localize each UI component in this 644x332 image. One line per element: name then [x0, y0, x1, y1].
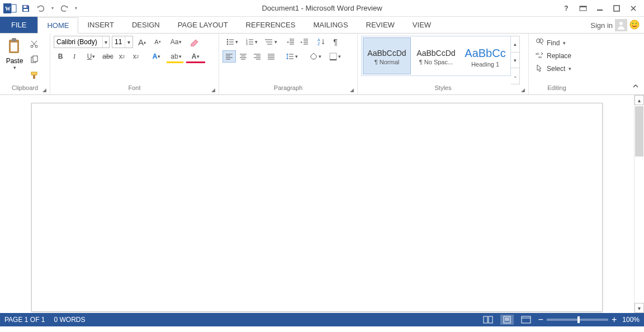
- status-words[interactable]: 0 WORDS: [54, 316, 85, 324]
- paste-button[interactable]: Paste ▾: [3, 36, 26, 84]
- svg-rect-20: [33, 56, 37, 61]
- svg-point-10: [619, 22, 623, 25]
- format-painter-icon[interactable]: [28, 69, 40, 82]
- increase-indent-icon[interactable]: [298, 36, 311, 48]
- feedback-smile-icon[interactable]: [629, 20, 641, 31]
- tab-review[interactable]: REVIEW: [357, 17, 404, 33]
- gallery-up-icon[interactable]: ▴: [511, 36, 519, 52]
- italic-icon[interactable]: I: [68, 50, 81, 63]
- clipboard-launcher-icon[interactable]: ◢: [41, 87, 48, 94]
- gallery-more-icon[interactable]: ⌄: [511, 68, 519, 84]
- qat-customize-icon[interactable]: ▾: [73, 2, 79, 15]
- multilevel-list-icon[interactable]: ▾: [262, 36, 281, 48]
- help-icon[interactable]: ?: [558, 0, 575, 17]
- replace-button[interactable]: abac Replace: [532, 50, 575, 61]
- document-page[interactable]: [31, 103, 603, 312]
- web-layout-icon[interactable]: [519, 315, 533, 325]
- zoom-slider-track[interactable]: [547, 319, 608, 321]
- show-paragraph-marks-icon[interactable]: ¶: [329, 36, 342, 48]
- borders-icon[interactable]: ▾: [325, 50, 344, 63]
- paragraph-launcher-icon[interactable]: ◢: [348, 87, 355, 94]
- font-name-dropdown-icon[interactable]: ▾: [102, 36, 109, 48]
- status-page[interactable]: PAGE 1 OF 1: [4, 316, 45, 324]
- scroll-thumb[interactable]: [635, 106, 643, 156]
- minimize-icon[interactable]: [591, 0, 608, 17]
- bullets-icon[interactable]: ▾: [222, 36, 242, 48]
- font-launcher-icon[interactable]: ◢: [210, 87, 216, 94]
- strikethrough-icon[interactable]: abc: [101, 50, 115, 63]
- shrink-font-icon[interactable]: A▾: [151, 36, 164, 48]
- font-size-dropdown-icon[interactable]: ▾: [125, 36, 132, 48]
- clear-formatting-icon[interactable]: [188, 36, 201, 48]
- superscript-icon[interactable]: x2: [129, 50, 143, 63]
- save-icon[interactable]: [20, 2, 32, 15]
- text-effects-icon[interactable]: A▾: [147, 50, 166, 63]
- svg-rect-16: [11, 42, 17, 51]
- svg-rect-4: [23, 9, 28, 11]
- highlight-color-icon[interactable]: ab▾: [167, 50, 186, 63]
- svg-point-13: [636, 23, 637, 24]
- read-mode-icon[interactable]: [481, 315, 495, 325]
- tab-insert[interactable]: INSERT: [78, 17, 122, 33]
- align-center-icon[interactable]: [236, 50, 250, 63]
- justify-icon[interactable]: [264, 50, 278, 63]
- font-name-input[interactable]: [54, 36, 102, 48]
- bold-icon[interactable]: B: [54, 50, 67, 63]
- font-color-icon[interactable]: A▾: [186, 50, 205, 63]
- zoom-out-icon[interactable]: −: [538, 315, 543, 325]
- print-layout-icon[interactable]: [500, 315, 514, 325]
- numbering-icon[interactable]: 123▾: [242, 36, 261, 48]
- shading-icon[interactable]: ▾: [306, 50, 325, 63]
- change-case-icon[interactable]: Aa▾: [167, 36, 186, 48]
- file-tab[interactable]: FILE: [0, 17, 37, 33]
- subscript-icon[interactable]: x2: [115, 50, 129, 63]
- ribbon-display-options-icon[interactable]: [575, 0, 591, 17]
- collapse-ribbon-icon[interactable]: [629, 80, 642, 92]
- close-icon[interactable]: [625, 0, 642, 17]
- scroll-up-icon[interactable]: ▴: [634, 95, 644, 105]
- undo-dropdown-icon[interactable]: ▾: [50, 2, 55, 15]
- vertical-scrollbar[interactable]: ▴ ▾: [634, 95, 644, 313]
- select-button[interactable]: Select ▾: [532, 63, 575, 74]
- tab-design[interactable]: DESIGN: [123, 17, 169, 33]
- cut-icon[interactable]: [28, 38, 40, 50]
- style-normal[interactable]: AaBbCcDd ¶ Normal: [363, 37, 411, 74]
- tab-page-layout[interactable]: PAGE LAYOUT: [169, 17, 237, 33]
- redo-icon[interactable]: [58, 2, 70, 15]
- font-size-input[interactable]: [112, 36, 125, 48]
- svg-point-29: [266, 39, 267, 40]
- styles-group-label: Styles: [435, 84, 452, 91]
- styles-launcher-icon[interactable]: ◢: [519, 87, 526, 94]
- tab-home[interactable]: HOME: [37, 17, 78, 34]
- decrease-indent-icon[interactable]: [284, 36, 297, 48]
- maximize-icon[interactable]: [608, 0, 625, 17]
- tab-mailings[interactable]: MAILINGS: [304, 17, 357, 33]
- sort-icon[interactable]: AZ: [315, 36, 328, 48]
- line-spacing-icon[interactable]: ▾: [282, 50, 301, 63]
- style-heading-1[interactable]: AaBbCc Heading 1: [461, 37, 509, 74]
- grow-font-icon[interactable]: A▴: [135, 36, 149, 48]
- paragraph-group-label: Paragraph: [274, 84, 302, 91]
- font-name-combo[interactable]: ▾: [54, 36, 110, 48]
- svg-rect-21: [31, 72, 37, 75]
- select-icon: [536, 64, 543, 73]
- zoom-level[interactable]: 100%: [622, 316, 640, 324]
- sign-in-link[interactable]: Sign in: [590, 21, 613, 30]
- scroll-down-icon[interactable]: ▾: [634, 303, 644, 313]
- zoom-in-icon[interactable]: +: [612, 315, 617, 325]
- align-right-icon[interactable]: [250, 50, 264, 63]
- style-no-spacing[interactable]: AaBbCcDd ¶ No Spac...: [412, 37, 460, 74]
- find-button[interactable]: Find ▾: [532, 37, 575, 49]
- align-left-icon[interactable]: [222, 50, 236, 63]
- copy-icon[interactable]: [28, 54, 40, 66]
- undo-icon[interactable]: [35, 2, 47, 15]
- font-size-combo[interactable]: ▾: [112, 36, 133, 48]
- user-avatar-icon[interactable]: [615, 19, 627, 31]
- gallery-down-icon[interactable]: ▾: [511, 52, 519, 68]
- zoom-slider-thumb[interactable]: [577, 316, 580, 323]
- tab-view[interactable]: VIEW: [404, 17, 440, 33]
- svg-rect-34: [330, 53, 337, 60]
- underline-icon[interactable]: U▾: [82, 50, 101, 63]
- svg-point-12: [632, 23, 633, 24]
- tab-references[interactable]: REFERENCES: [237, 17, 305, 33]
